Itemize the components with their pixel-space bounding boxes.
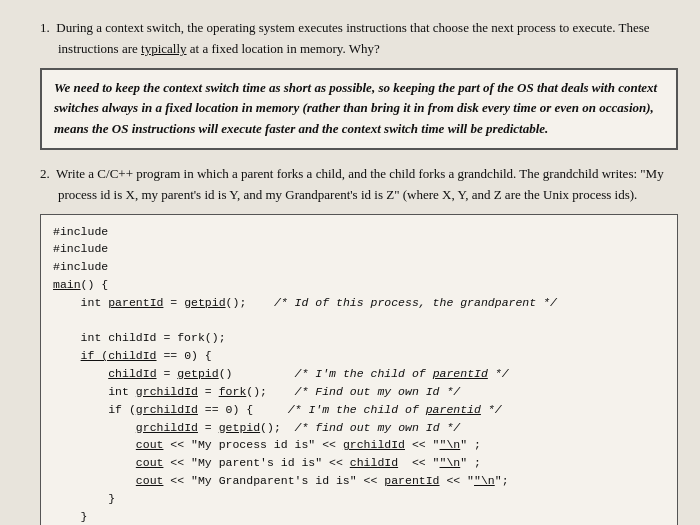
- q2-code: #include #include #include main() { int …: [40, 214, 678, 525]
- question-1: 1. During a context switch, the operatin…: [22, 18, 678, 150]
- page-content: 1. During a context switch, the operatin…: [22, 18, 678, 525]
- q2-number: 2.: [40, 166, 53, 181]
- q2-body: Write a C/C++ program in which a parent …: [56, 166, 664, 202]
- question-2: 2. Write a C/C++ program in which a pare…: [22, 164, 678, 525]
- question-2-text: 2. Write a C/C++ program in which a pare…: [40, 164, 678, 206]
- q1-answer: We need to keep the context switch time …: [40, 68, 678, 150]
- q1-answer-text: We need to keep the context switch time …: [54, 80, 657, 137]
- q1-body: During a context switch, the operating s…: [56, 20, 649, 56]
- code-line-includes: #include #include #include main() { int …: [53, 225, 557, 525]
- q1-number: 1.: [40, 20, 53, 35]
- question-1-text: 1. During a context switch, the operatin…: [40, 18, 678, 60]
